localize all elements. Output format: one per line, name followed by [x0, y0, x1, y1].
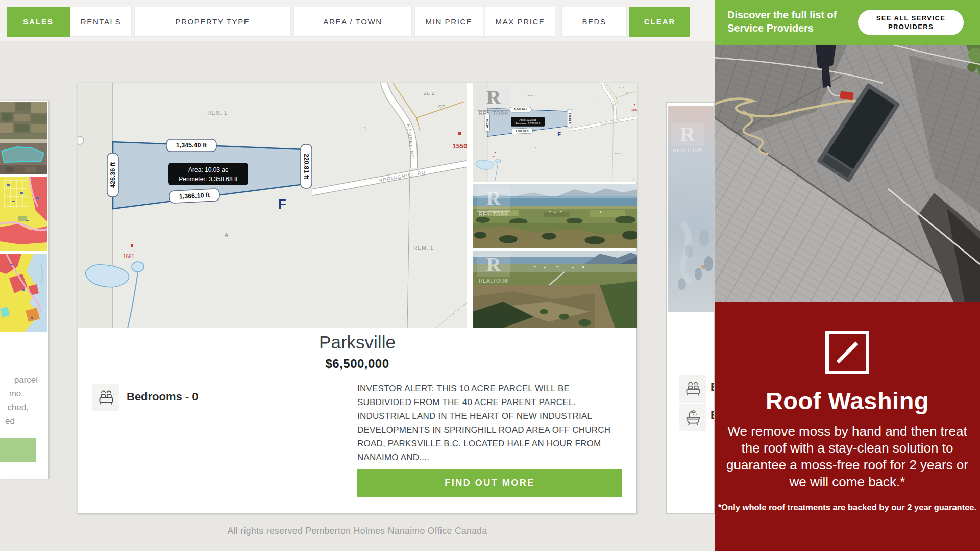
svg-text:1550: 1550 [453, 142, 467, 150]
filter-min-price[interactable]: MIN PRICE [414, 7, 483, 37]
description-fragment: parcel [14, 375, 38, 385]
area-tooltip: Area: 10.03 ac Perimeter: 3,358.68 ft [511, 117, 545, 127]
footer-copyright: All rights reserved Pemberton Holmes Nan… [0, 525, 715, 536]
filter-beds[interactable]: BEDS [561, 7, 627, 37]
filter-max-price[interactable]: MAX PRICE [485, 7, 555, 37]
ad-title: Roof Washing [715, 387, 980, 415]
svg-text:Area: 10.03 ac: Area: 10.03 ac [188, 166, 228, 173]
zoning-map-thumbnail-2[interactable] [0, 254, 47, 332]
listing-card-partial-middle: R REALTOR® [666, 102, 715, 514]
svg-text:SL B: SL B [619, 87, 624, 89]
bed-icon [97, 389, 115, 407]
measurement-right: 220.81 ft [567, 109, 572, 128]
find-out-more-button[interactable]: FIND OUT MORE [357, 469, 622, 497]
svg-text:1,345.40 ft: 1,345.40 ft [514, 108, 527, 111]
svg-text:426.36 ft: 426.36 ft [486, 116, 489, 127]
svg-text:Perimeter: 3,358.68 ft: Perimeter: 3,358.68 ft [516, 122, 541, 125]
bed-icon [684, 380, 702, 398]
map-label-f: F [278, 196, 286, 212]
listing-city: Parksville [78, 332, 636, 353]
measurement-top: 1,345.40 ft [510, 107, 531, 112]
listing-card-parksville: REM. 1 REM. 1 1 A F 1661 1550 SL B CP RE… [78, 83, 637, 514]
listing-description: INVESTOR ALERT: THIS 10 ACRE PARCEL WILL… [357, 382, 625, 464]
svg-text:1661: 1661 [123, 254, 135, 259]
tab-sales[interactable]: SALES [7, 7, 70, 37]
description-fragment: mo. [9, 389, 23, 399]
svg-text:Area: 10.03 ac: Area: 10.03 ac [520, 118, 536, 121]
filter-area-town[interactable]: AREA / TOWN [293, 7, 412, 37]
bath-icon [684, 408, 702, 427]
listing-price: $6,500,000 [78, 357, 636, 371]
roof-photo [715, 45, 980, 302]
map-label-f: F [557, 131, 561, 137]
bedrooms-icon-box [92, 384, 119, 411]
svg-text:1: 1 [364, 126, 367, 131]
bathrooms-icon-box [679, 404, 706, 431]
map-label-rem1b: REM. 1 [413, 245, 433, 251]
map-label-rem1: REM. 1 [527, 94, 536, 97]
svg-text:1: 1 [594, 102, 595, 104]
area-tooltip: Area: 10.03 ac Perimeter: 3,358.68 ft [168, 163, 248, 185]
bedrooms-icon-box [679, 375, 706, 403]
square-slash-icon [825, 331, 869, 374]
ad-fine-print: *Only whole roof treatments are backed b… [715, 503, 980, 512]
svg-text:1661: 1661 [492, 155, 497, 158]
listing-photo-misty[interactable]: R REALTOR® [668, 106, 715, 312]
filter-nav: SALES RENTALS PROPERTY TYPE AREA / TOWN … [0, 0, 715, 41]
svg-text:SL B: SL B [423, 91, 435, 96]
bedrooms-label: Bedrooms - 0 [127, 390, 199, 404]
map-control[interactable] [473, 106, 475, 109]
svg-text:CP: CP [438, 104, 446, 109]
filter-property-type[interactable]: PROPERTY TYPE [134, 7, 291, 37]
svg-text:1550: 1550 [631, 108, 637, 111]
svg-text:1,345.40 ft: 1,345.40 ft [176, 142, 207, 149]
map-label-rem1: REM. 1 [207, 110, 227, 116]
map-control[interactable] [78, 136, 84, 144]
ad-body: We remove moss by hand and then treat th… [725, 423, 969, 490]
measurement-top: 1,345.40 ft [166, 139, 216, 152]
svg-text:CP: CP [625, 92, 628, 94]
clear-filters-button[interactable]: CLEAR [629, 7, 690, 37]
service-providers-banner: Discover the full list of Service Provid… [715, 0, 980, 45]
find-out-more-button-partial[interactable] [0, 438, 36, 462]
listing-card-partial-left: parcel mo. ched, ed [0, 101, 49, 479]
bathrooms-label-partial: B [710, 409, 715, 422]
svg-text:Perimeter: 3,358.68 ft: Perimeter: 3,358.68 ft [179, 176, 238, 183]
aerial-photo-thumbnail[interactable]: R REALTOR® [473, 184, 637, 248]
description-fragment: ched, [7, 403, 29, 413]
service-providers-text: Discover the full list of Service Provid… [727, 8, 860, 35]
page: SALES RENTALS PROPERTY TYPE AREA / TOWN … [0, 0, 980, 551]
map-label-rem1b: REM. 1 [615, 152, 624, 155]
roof-washing-ad: Roof Washing We remove moss by hand and … [715, 302, 980, 551]
svg-text:426.36 ft: 426.36 ft [109, 162, 116, 188]
parcel-map[interactable]: REM. 1 REM. 1 1 A F 1661 1550 SL B CP RE… [78, 83, 467, 328]
aerial-photo-thumbnail-2[interactable]: R REALTOR® [473, 251, 637, 328]
measurement-bottom: 1,366.10 ft [511, 128, 533, 134]
map-thumbnail[interactable]: REM. 1 REM. 1 1 A F 1661 1550 SL B CP RE… [473, 83, 637, 182]
measurement-left: 426.36 ft [485, 113, 489, 131]
bedrooms-label-partial: B [710, 381, 715, 394]
see-all-service-providers-button[interactable]: SEE ALL SERVICE PROVIDERS [858, 10, 964, 35]
tab-rentals[interactable]: RENTALS [70, 7, 132, 37]
measurement-left: 426.36 ft [107, 153, 118, 197]
measurement-bottom: 1,366.10 ft [169, 188, 219, 203]
measurement-right: 220.81 ft [301, 144, 312, 188]
zoning-map-thumbnail[interactable] [0, 177, 47, 251]
svg-text:A: A [535, 146, 536, 149]
satellite-thumbnail[interactable] [0, 102, 47, 174]
svg-text:A: A [225, 232, 229, 238]
description-fragment: ed [5, 416, 15, 427]
svg-text:220.81 ft: 220.81 ft [568, 113, 571, 124]
svg-text:220.81 ft: 220.81 ft [303, 154, 310, 180]
